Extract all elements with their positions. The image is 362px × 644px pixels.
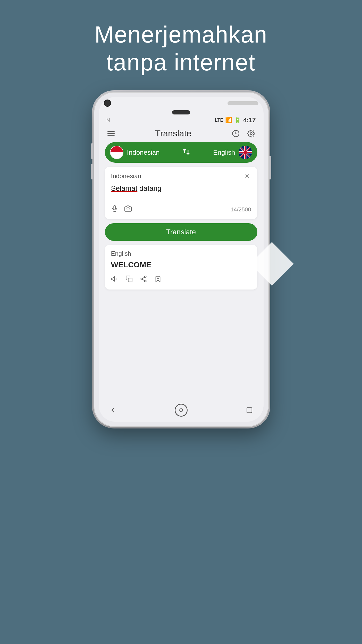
camera-area [99, 97, 264, 109]
char-count: 14/2500 [231, 206, 251, 213]
earpiece [172, 110, 190, 114]
text-to-speech-button[interactable] [111, 275, 118, 284]
copy-button[interactable] [125, 275, 133, 284]
svg-line-14 [142, 279, 145, 281]
app-title: Translate [155, 128, 191, 138]
clear-input-button[interactable] [243, 172, 251, 180]
output-footer [111, 275, 251, 284]
time-display: 4:17 [243, 117, 256, 124]
share-button[interactable] [140, 275, 147, 284]
svg-point-11 [144, 276, 146, 278]
source-lang-label: Indonesian [127, 148, 160, 156]
svg-point-13 [144, 280, 146, 282]
lte-indicator: LTE [215, 118, 223, 123]
volume-up-button [91, 143, 93, 159]
svg-rect-5 [114, 205, 115, 209]
status-left: N [106, 117, 110, 123]
input-text-rest: datang [137, 184, 161, 192]
svg-point-8 [127, 208, 129, 210]
status-right: LTE 📶 🔋 4:17 [215, 117, 256, 124]
history-button[interactable] [231, 129, 240, 138]
indonesian-flag [110, 146, 123, 159]
menu-button[interactable] [106, 129, 116, 138]
input-lang-label: Indonesian [111, 172, 141, 180]
phone-screen: N LTE 📶 🔋 4:17 Transla [99, 97, 264, 422]
battery-icon: 🔋 [234, 117, 241, 123]
svg-line-15 [142, 277, 145, 279]
svg-point-1 [250, 133, 252, 135]
uk-flag [239, 146, 252, 159]
headline-line2: tanpa internet [95, 48, 267, 76]
output-lang-label: English [111, 250, 251, 257]
source-language[interactable]: Indonesian [110, 146, 160, 159]
camera-input-button[interactable] [124, 205, 132, 214]
navigation-bar [99, 401, 264, 422]
phone-mockup: N LTE 📶 🔋 4:17 Transla [94, 92, 269, 427]
app-bar: Translate [99, 126, 264, 142]
recents-button[interactable] [243, 404, 256, 417]
signal-icon: 📶 [225, 117, 232, 123]
input-text-display[interactable]: Selamat datang [111, 184, 251, 200]
svg-point-12 [141, 278, 142, 280]
back-button[interactable] [106, 404, 119, 417]
input-header: Indonesian [111, 172, 251, 180]
target-language[interactable]: English [213, 146, 252, 159]
svg-rect-10 [128, 278, 132, 282]
svg-marker-9 [112, 277, 114, 281]
svg-rect-18 [247, 408, 252, 413]
target-lang-label: English [213, 148, 235, 156]
app-actions [231, 129, 256, 138]
headline-line1: Menerjemahkan [95, 21, 267, 48]
settings-button[interactable] [247, 129, 256, 138]
status-bar: N LTE 📶 🔋 4:17 [99, 114, 264, 126]
headline: Menerjemahkan tanpa internet [95, 21, 267, 76]
input-tools [111, 205, 132, 214]
microphone-button[interactable] [111, 205, 118, 214]
swap-languages-button[interactable] [182, 147, 190, 158]
input-text-underlined: Selamat [111, 184, 138, 192]
volume-down-button [91, 164, 93, 179]
notification-icon: N [106, 117, 110, 123]
front-camera [104, 100, 111, 107]
speaker-grill [228, 101, 258, 105]
output-text: WELCOME [111, 260, 251, 269]
home-button[interactable] [175, 404, 188, 417]
input-panel: Indonesian Selamat datang [105, 167, 257, 219]
input-footer: 14/2500 [111, 205, 251, 214]
phone-body: N LTE 📶 🔋 4:17 Transla [94, 92, 269, 427]
bookmark-button[interactable] [154, 275, 162, 284]
language-selector[interactable]: Indonesian English [105, 142, 257, 163]
output-panel: English WELCOME [105, 245, 257, 290]
power-button [269, 156, 271, 179]
translate-button[interactable]: Translate [105, 223, 257, 241]
